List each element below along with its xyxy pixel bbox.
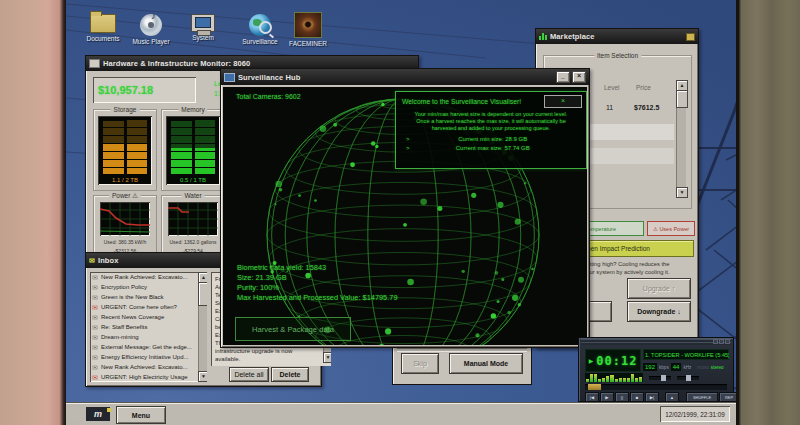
balance-value: $10,957.18 [98,84,153,96]
harvest-package-button[interactable]: Harvest & Package data [235,317,351,341]
menu-button[interactable]: Menu [116,406,166,424]
track-title: 1. TOPSIDER - WORKLIFE (5:45) [643,352,729,358]
surveillance-hub-window: Surveillance Hub _ × Total Cameras: 9602… [220,68,590,348]
item-selection-label: Item Selection [594,52,641,59]
crt-photo: Documents ♪ Music Player System Surveill… [0,0,800,425]
repeat-button[interactable]: REP [719,392,736,402]
item-level: 11 [606,104,613,111]
stat-purity: Purity: 100% [237,283,398,293]
player-shade-button[interactable] [719,339,724,344]
desktop-icon-system[interactable]: System [181,14,225,41]
power-graph [100,202,150,236]
welcome-body-line: Your min/max harvest size is dependent o… [400,111,582,118]
marketplace-titlebar[interactable]: Marketplace [536,29,698,44]
welcome-body-line: Once a harvest reaches the max size, it … [400,118,582,125]
min-size: Current min size: 28.9 GB [410,136,576,142]
cd-icon: ♪ [140,14,162,36]
next-button[interactable]: ▶| [645,392,659,402]
samplerate-label: kHz [683,365,691,370]
delete-button[interactable]: Delete [271,367,309,382]
divider [397,348,527,352]
player-minimize-button[interactable] [713,339,718,344]
desktop-icon-music-player[interactable]: ♪ Music Player [129,14,173,45]
welcome-dialog: Welcome to the Surveillance Visualiser! … [395,91,587,169]
minimize-button[interactable]: _ [556,71,570,83]
prev-button[interactable]: |◀ [585,392,599,402]
stereo-indicator: stereo [711,365,724,370]
memory-meter: 0.5 / 1 TB [166,116,220,185]
stop-button[interactable]: ■ [630,392,644,402]
mono-indicator: mono [697,365,709,370]
urgent-envelope-icon: ✉ [92,304,98,311]
scroll-down-icon: ▼ [198,371,207,382]
seek-thumb[interactable] [588,384,601,390]
inbox-message-row-urgent[interactable]: ✉URGENT: High Electricity Usage [90,372,198,382]
storage-value: 1.1 / 2 TB [98,177,152,183]
column-price: Price [636,84,651,91]
desktop-icon-faceminer[interactable]: FACEMINER [286,12,330,47]
globe-icon [249,14,271,36]
balance-panel: $10,957.18 [93,77,196,103]
delete-all-button[interactable]: Delete all [229,367,269,382]
inbox-scrollbar[interactable]: ▲ ▼ [198,272,207,382]
icon-label: Surveillance [238,38,282,45]
folder-icon [90,14,116,33]
taskbar-clock: 12/02/1999, 22:31:09 [660,406,730,422]
inbox-message-row[interactable]: ✉New Rank Achieved: Excavato... [90,272,198,282]
inbox-message-row[interactable]: ✉Encryption Policy [90,282,198,292]
player-close-button[interactable] [725,339,730,344]
water-used: Used: 1362.0 gallons [162,239,224,245]
shuffle-button[interactable]: SHUFFLE [686,392,718,402]
eject-button[interactable]: ▲ [665,392,679,402]
downgrade-button[interactable]: Downgrade ↓ [627,301,691,322]
inbox-message-row-urgent[interactable]: ✉URGENT: Come here often? [90,302,198,312]
inbox-message-row[interactable]: ✉New Rank Achieved: Excavato... [90,362,198,372]
inbox-message-row[interactable]: ✉External Message: Get the edge... [90,342,198,352]
upgrade-button[interactable]: Upgrade ↑ [627,278,691,299]
dialog-close-button[interactable]: × [544,95,582,108]
memory-meter-group: Memory 0.5 / 1 TB [161,109,225,191]
stat-value: Max Harvested and Processed Value: $1479… [237,293,398,303]
play-button[interactable]: ▶ [600,392,614,402]
power-used: Used: 380.35 kW/h [94,239,156,245]
time-value: 00:12 [596,354,637,368]
icon-label: FACEMINER [286,40,330,47]
volume-slider[interactable] [649,376,671,380]
seek-bar[interactable] [585,384,727,390]
inbox-message-row[interactable]: ✉Re: Staff Benefits [90,322,198,332]
desktop-icon-surveillance[interactable]: Surveillance [238,14,282,45]
skip-button[interactable]: Skip [401,353,439,374]
inbox-message-row[interactable]: ✉Dream-mining [90,332,198,342]
monitor-bezel-right [736,0,800,425]
water-label: Water [181,192,204,199]
total-cameras: Total Cameras: 9602 [236,93,301,100]
icon-label: Documents [81,35,125,42]
window-title: Surveillance Hub [238,73,300,82]
time-display: ▶ 00:12 [585,349,641,372]
scroll-down-icon: ▼ [676,187,688,198]
inbox-message-row[interactable]: ✉Recent News Coverage [90,312,198,322]
welcome-body-line: harvested and added to your processing q… [400,125,582,132]
welcome-title: Welcome to the Surveillance Visualiser! [402,98,521,105]
manual-mode-button[interactable]: Manual Mode [449,353,523,374]
scroll-down-icon: ▼ [323,352,331,363]
close-button[interactable]: × [572,71,586,83]
storage-meter-group: Storage 1.1 / 2 TB [93,109,157,191]
chart-icon [539,33,547,40]
speaker-icon[interactable] [686,33,695,41]
memory-value: 0.5 / 1 TB [166,177,220,183]
surveillance-titlebar[interactable]: Surveillance Hub _ × [221,69,589,85]
pause-button[interactable]: || [615,392,629,402]
balance-slider[interactable] [677,376,699,380]
storage-meter: 1.1 / 2 TB [98,116,152,185]
player-titlebar[interactable] [581,339,731,345]
logo-dot [107,408,111,412]
inbox-message-row[interactable]: ✉Energy Efficiency Initiative Upd... [90,352,198,362]
marketplace-scrollbar[interactable]: ▲ ▼ [676,80,686,198]
desktop-icon-documents[interactable]: Documents [81,14,125,42]
window-title: Hardware & Infrastructure Monitor: 8060 [103,59,250,68]
bitrate-value: 192 [643,363,657,371]
inbox-message-row[interactable]: ✉Green is the New Black [90,292,198,302]
track-title-display: 1. TOPSIDER - WORKLIFE (5:45) [643,349,729,360]
uses-power-badge: ⚠ Uses Power [647,221,695,236]
